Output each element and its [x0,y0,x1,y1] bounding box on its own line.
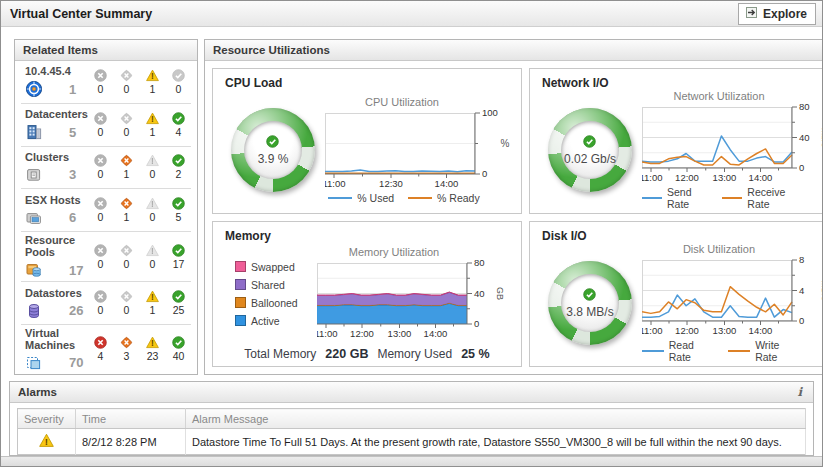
status-critical: 0 [114,112,139,138]
status-critical: 0 [114,244,139,270]
related-item-row-datastores[interactable]: Datastores 26 0 0 1 25 [21,281,191,324]
disk-io-quadrant: Disk I/O 3.8 MB/s Disk Utilization 048M [529,221,823,367]
alarm-severity-warning-icon [18,429,76,455]
cpu-load-title: CPU Load [221,74,513,90]
svg-text:0: 0 [482,168,487,179]
status-warning: 1 [140,112,165,138]
related-item-name: 10.4.45.4 [25,65,88,77]
svg-text:13:00: 13:00 [388,328,412,339]
disk-utilization-chart[interactable]: 048MB/s11:0012:0013:0014:00 [642,256,823,338]
disk-io-gauge[interactable]: 3.8 MB/s [538,261,642,345]
related-item-name: Datastores [25,287,88,299]
cpu-load-value: 3.9 % [258,152,289,166]
memory-chart-legend: SwappedSharedBalloonedActive [221,258,309,330]
svg-text:0: 0 [799,162,804,173]
status-critical: 1 [114,154,139,180]
cpu-utilization-chart[interactable]: 0100%11:0012:3014:00 [325,109,513,191]
resource-utilizations-panel: Resource Utilizations CPU Load 3.9 % [204,39,823,375]
related-items-header: Related Items [15,40,197,61]
svg-text:13:00: 13:00 [713,172,737,183]
status-fatal: 0 [88,197,113,223]
total-memory-label: Total Memory [244,347,316,361]
titlebar: Virtual Center Summary Explore [1,1,822,27]
disk-io-title: Disk I/O [538,227,823,243]
explore-label: Explore [763,7,807,21]
svg-text:80: 80 [799,103,810,112]
alarms-panel: Alarms i Severity Time Alarm Message 8/2… [9,381,814,456]
svg-text:0: 0 [799,315,804,326]
related-item-row-datacenters[interactable]: Datacenters 5 0 0 1 4 [21,103,191,146]
column-header-severity[interactable]: Severity [18,409,76,429]
status-normal: 2 [166,154,191,180]
disk-chart-legend: Read RateWrite Rate [642,339,823,363]
svg-text:12:00: 12:00 [350,328,374,339]
network-utilization-chart[interactable]: 04080Mb/s11:0012:0013:0014:00 [642,103,823,185]
related-item-row-clusters[interactable]: Clusters 3 0 1 0 2 [21,146,191,189]
status-ok-icon [583,287,596,305]
resource-utilizations-header: Resource Utilizations [205,40,823,61]
related-item-row-resource-pools[interactable]: Resource Pools 17 0 0 0 17 [21,231,191,281]
total-memory-value: 220 GB [325,347,368,361]
related-item-row-virtual-machines[interactable]: Virtual Machines 70 4 3 23 40 [21,324,191,374]
svg-text:40: 40 [799,132,810,143]
column-header-message[interactable]: Alarm Message [186,409,806,429]
memory-chart-title: Memory Utilization [349,246,473,258]
memory-used-value: 25 % [461,347,490,361]
svg-text:14:00: 14:00 [749,172,773,183]
alarm-row[interactable]: 8/2/12 8:28 PM Datastore Time To Full 51… [18,429,806,455]
network-chart-legend: Send RateReceive Rate [642,186,823,210]
content: Related Items 10.4.45.4 1 0 0 [1,27,822,456]
status-warning: 1 [140,69,165,95]
status-normal: 4 [166,112,191,138]
cpu-load-gauge[interactable]: 3.9 % [221,108,325,192]
status-fatal: 0 [88,290,113,316]
status-fatal: 4 [88,336,113,362]
explore-button[interactable]: Explore [738,3,816,25]
esx-hosts-icon [25,209,43,227]
status-warning: 0 [140,197,165,223]
svg-text:%: % [501,138,510,149]
related-item-row-esx-hosts[interactable]: ESX Hosts 6 0 1 0 5 [21,188,191,231]
memory-used-label: Memory Used [377,347,452,361]
window-bottom-strip [1,456,822,466]
column-header-time[interactable]: Time [76,409,186,429]
related-item-name: Clusters [25,151,88,163]
status-summary: 4 3 23 40 [88,336,191,362]
network-io-quadrant: Network I/O 0.02 Gb/s Network Utilizatio… [529,68,823,214]
svg-text:11:00: 11:00 [317,328,338,339]
related-item-row-vcenter[interactable]: 10.4.45.4 1 0 0 1 0 [21,61,191,103]
related-item-count: 5 [69,125,76,140]
alarms-header: Alarms [18,386,57,398]
status-ok-icon [266,134,279,152]
status-warning: 0 [140,154,165,180]
status-critical: 1 [114,197,139,223]
info-icon[interactable]: i [794,385,805,399]
svg-text:11:00: 11:00 [642,172,663,183]
alarm-time: 8/2/12 8:28 PM [76,429,186,455]
memory-utilization-chart[interactable]: 04080GB11:0012:0013:0014:00 [317,259,505,341]
status-normal: 5 [166,197,191,223]
status-summary: 0 0 1 4 [88,112,191,138]
svg-text:0: 0 [474,318,479,329]
network-io-gauge[interactable]: 0.02 Gb/s [538,108,642,192]
related-item-count: 3 [69,167,76,182]
alarm-message: Datastore Time To Full 51 Days. At the p… [186,429,806,455]
disk-io-value: 3.8 MB/s [566,305,613,319]
status-fatal: 0 [88,69,113,95]
cpu-chart-title: CPU Utilization [365,96,473,108]
svg-text:14:00: 14:00 [435,178,459,189]
related-item-count: 70 [69,355,83,370]
alarms-table: Severity Time Alarm Message 8/2/12 8:28 … [17,408,806,455]
status-summary: 0 1 0 5 [88,197,191,223]
svg-text:80: 80 [474,259,485,268]
status-warning: 0 [140,244,165,270]
status-normal: 40 [166,336,191,362]
status-warning: 1 [140,290,165,316]
explore-icon [745,6,758,22]
svg-text:12:30: 12:30 [379,178,403,189]
svg-text:12:00: 12:00 [675,325,699,336]
vcenter-icon [25,80,43,98]
related-item-name: Datacenters [25,108,88,120]
status-fatal: 0 [88,154,113,180]
disk-chart-title: Disk Utilization [683,243,789,255]
